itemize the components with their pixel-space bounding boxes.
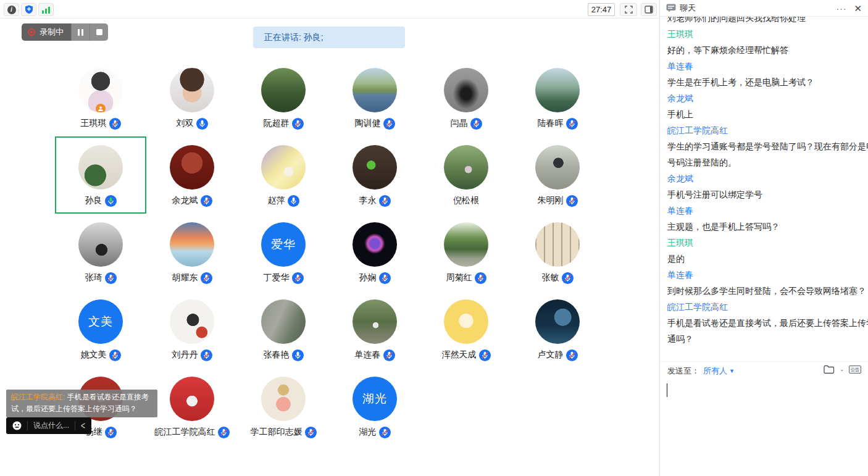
participant-avatar [261,299,306,344]
emoji-icon[interactable] [12,421,22,430]
participant-avatar: 文美 [78,299,123,344]
chat-message-list[interactable]: 刘老师你们的问题回头我找给你处理王琪琪好的，等下麻烦余经理帮忙解答单连春学生是在… [660,17,868,361]
mic-muted-icon[interactable] [566,195,578,207]
collapse-icon[interactable]: < [81,420,85,431]
participant-tile[interactable]: 孙娴 [329,214,420,291]
mic-muted-icon[interactable] [566,349,578,361]
participant-tile[interactable]: 赵萍 [238,136,329,214]
participant-name: 张琦 [85,272,102,283]
mic-muted-icon[interactable] [383,349,395,361]
participant-name-row: 周菊红 [446,272,486,284]
mic-muted-icon[interactable] [305,427,317,438]
speaking-banner: 正在讲话: 孙良; [253,27,405,48]
participant-tile[interactable]: 学工部印志媛 [238,368,329,445]
participant-tile[interactable]: 闫晶 [420,59,512,136]
participant-tile[interactable]: 张春艳 [238,291,329,368]
participant-tile[interactable]: 阮超群 [238,59,329,136]
mic-muted-icon[interactable] [292,272,304,284]
participant-avatar [444,145,488,190]
mic-muted-icon[interactable] [475,272,486,284]
stop-recording-button[interactable] [90,23,108,41]
participant-tile[interactable]: 皖江工学院高红 [146,368,238,445]
announcement-icon[interactable]: 公告 [849,365,861,374]
participant-name-row: 学工部印志媛 [251,426,317,438]
mic-muted-icon[interactable] [479,349,491,361]
quick-chat-bar[interactable]: 说点什么... < [6,417,91,434]
participant-name: 阮超群 [264,118,290,129]
mic-muted-icon[interactable] [470,118,482,130]
side-panel-icon [645,6,653,14]
mic-muted-icon[interactable] [562,272,574,284]
participant-tile[interactable]: 余龙斌 [146,136,238,214]
mic-muted-icon[interactable] [105,272,117,284]
participant-name: 姚文美 [81,349,107,361]
send-to-select[interactable]: 所有人 [703,365,727,377]
mic-muted-icon[interactable] [105,427,117,438]
mic-muted-icon[interactable] [201,272,212,284]
participant-tile[interactable]: 湖光湖光 [329,368,420,445]
info-button[interactable]: i [4,3,19,16]
mic-muted-icon[interactable] [201,195,212,207]
participant-tile[interactable]: 陆春晖 [512,59,603,136]
participant-tile[interactable]: 单连春 [329,291,420,368]
fullscreen-button[interactable] [620,3,637,16]
divider [75,421,75,430]
mic-muted-icon[interactable] [201,349,212,361]
chat-author: 单连春 [667,269,868,281]
folder-icon[interactable] [824,365,835,374]
mic-muted-icon[interactable] [218,427,230,438]
mic-on-icon[interactable] [196,118,208,130]
dropdown-caret-icon[interactable]: ▼ [729,368,735,374]
caption-overlay: 皖江工学院高红: 手机是看试卷还是直接考试，最后还要上传答案上传学习通吗？ [6,390,157,417]
participant-tile[interactable]: 浑然天成 [420,291,512,368]
chat-more-icon[interactable]: ··· [836,4,846,14]
participant-tile[interactable]: 孙良 [55,136,146,214]
mic-muted-icon[interactable] [383,118,395,130]
participant-tile[interactable]: 张琦 [55,214,146,291]
quick-chat-placeholder[interactable]: 说点什么... [33,420,69,431]
chat-message: 手机号注册可以绑定学号 [667,188,868,201]
participant-name: 胡耀东 [172,272,198,283]
participant-tile[interactable]: 倪松根 [420,136,512,214]
participant-tile[interactable]: 刘双 [146,59,238,136]
network-button[interactable] [38,3,54,16]
participant-tile[interactable]: 周菊红 [420,214,512,291]
participant-tile[interactable]: 王琪琪 [55,59,146,136]
pause-recording-button[interactable] [71,23,90,41]
mic-speaking-icon[interactable] [105,195,117,207]
chat-close-icon[interactable]: ✕ [854,3,862,14]
mic-muted-icon[interactable] [379,272,391,284]
chat-footer: 发送至： 所有人 ▼ ⌄ 公告 [660,361,868,380]
layout-toggle-button[interactable] [641,3,657,16]
chat-message: 刘老师你们的问题回头我找给你处理 [667,17,868,24]
chat-message: 是的 [667,253,868,265]
participant-name-row: 王琪琪 [81,117,121,130]
mic-muted-icon[interactable] [109,349,121,361]
mic-muted-icon[interactable] [109,118,121,130]
participant-tile[interactable]: 胡耀东 [146,214,238,291]
participant-avatar [444,222,488,267]
mic-muted-icon[interactable] [379,195,391,207]
participant-tile[interactable]: 爱华丁爱华 [238,214,329,291]
participant-tile[interactable]: 张敏 [512,214,603,291]
mic-on-icon[interactable] [288,195,299,207]
participant-tile[interactable]: 朱明刚 [512,136,603,214]
participant-name: 皖江工学院高红 [155,427,215,438]
caption-author: 皖江工学院高红: [11,393,65,401]
participant-tile[interactable]: 陶训健 [329,59,420,136]
mic-muted-icon[interactable] [566,118,578,130]
participant-tile[interactable]: 卢文静 [512,291,603,368]
mic-muted-icon[interactable] [292,118,304,130]
mic-on-icon[interactable] [292,349,304,361]
participant-tile[interactable]: 刘丹丹 [146,291,238,368]
participant-avatar [170,377,214,421]
participant-tile[interactable]: 文美姚文美 [55,291,146,368]
participant-tile[interactable]: 李永 [329,136,420,214]
chat-message: 手机是看试卷还是直接考试，最后还要上传答案上传学习 [667,317,868,329]
divider [27,421,28,430]
security-button[interactable] [21,3,36,16]
folder-dropdown-icon[interactable]: ⌄ [840,367,844,372]
mic-muted-icon[interactable] [379,427,391,438]
participant-name-row: 浑然天成 [442,349,491,361]
chat-input[interactable] [660,380,868,476]
